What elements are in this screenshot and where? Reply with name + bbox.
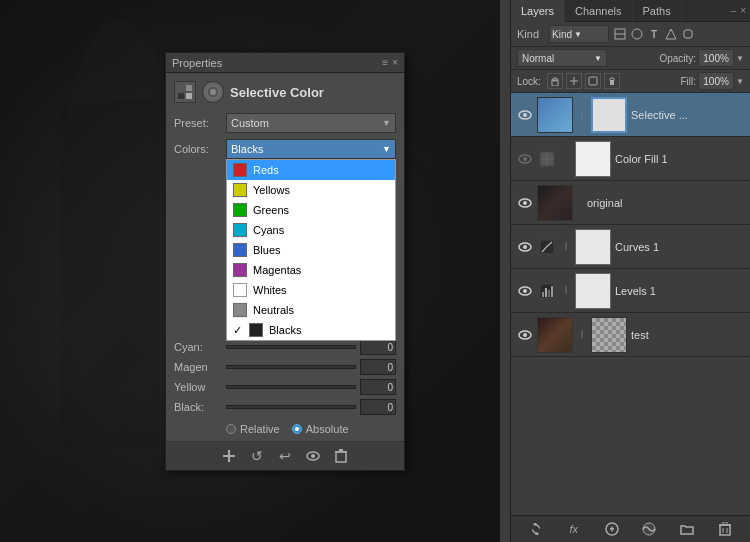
blend-row: Normal ▼ Opacity: 100% ▼: [511, 47, 750, 70]
fill-value[interactable]: 100%: [698, 72, 734, 90]
black-input[interactable]: [360, 399, 396, 415]
yellow-input[interactable]: [360, 379, 396, 395]
absolute-label: Absolute: [306, 423, 349, 435]
preset-dropdown[interactable]: Custom ▼: [226, 113, 396, 133]
dropdown-item-cyans[interactable]: Cyans: [227, 220, 395, 240]
magenta-row: Magen: [174, 359, 396, 375]
absolute-option[interactable]: Absolute: [292, 423, 349, 435]
dropdown-item-greens[interactable]: Greens: [227, 200, 395, 220]
colors-dropdown-menu: Reds Yellows Greens Cyans Blues: [226, 159, 396, 341]
yellow-slider[interactable]: [226, 385, 356, 389]
layer-link-test: [577, 329, 587, 341]
relative-radio[interactable]: [226, 424, 236, 434]
black-label: Black:: [174, 401, 226, 413]
previous-state-icon[interactable]: ↩: [276, 447, 294, 465]
magenta-input[interactable]: [360, 359, 396, 375]
kind-row: Kind Kind ▼ T: [511, 22, 750, 47]
smart-filter-icon[interactable]: [681, 27, 695, 41]
layers-close-icon[interactable]: ×: [740, 5, 746, 16]
dropdown-item-yellows[interactable]: Yellows: [227, 180, 395, 200]
tab-paths[interactable]: Paths: [633, 0, 682, 22]
dropdown-item-whites[interactable]: Whites: [227, 280, 395, 300]
dropdown-item-neutrals[interactable]: Neutrals: [227, 300, 395, 320]
type-filter-icon[interactable]: T: [647, 27, 661, 41]
layer-visibility-levels[interactable]: [517, 283, 533, 299]
adjustment-filter-icon[interactable]: [630, 27, 644, 41]
layer-item-curves[interactable]: Curves 1: [511, 225, 750, 269]
lock-position-icon[interactable]: [566, 73, 582, 89]
dropdown-item-blues[interactable]: Blues: [227, 240, 395, 260]
dropdown-item-blacks[interactable]: ✓ Blacks: [227, 320, 395, 340]
layer-item-selective[interactable]: Selective ...: [511, 93, 750, 137]
layer-item-levels[interactable]: Levels 1: [511, 269, 750, 313]
cyans-label: Cyans: [253, 224, 284, 236]
preset-row: Preset: Custom ▼: [174, 113, 396, 133]
reset-icon[interactable]: ↺: [248, 447, 266, 465]
svg-rect-46: [545, 288, 547, 297]
panel-close-icon[interactable]: ×: [392, 57, 398, 68]
layers-tabs: Layers Channels Paths – ×: [511, 0, 750, 22]
greens-swatch: [233, 203, 247, 217]
layer-visibility-curves[interactable]: [517, 239, 533, 255]
pixel-filter-icon[interactable]: [613, 27, 627, 41]
svg-point-39: [523, 245, 527, 249]
layer-visibility-original[interactable]: [517, 195, 533, 211]
layer-name-original: original: [587, 197, 622, 209]
svg-rect-14: [335, 451, 347, 453]
blend-mode-select[interactable]: Normal ▼: [517, 49, 607, 67]
layer-name-selective: Selective ...: [631, 109, 688, 121]
blend-mode-value: Normal: [522, 53, 554, 64]
panel-expand-icon[interactable]: ≡: [382, 57, 388, 68]
lock-pixels-icon[interactable]: [547, 73, 563, 89]
kind-filter-icons: T: [613, 27, 695, 41]
preset-arrow-icon: ▼: [382, 118, 391, 128]
add-mask-icon[interactable]: [603, 520, 621, 538]
svg-rect-59: [723, 522, 727, 525]
adjustment-layer-icon[interactable]: [640, 520, 658, 538]
cyan-label: Cyan:: [174, 341, 226, 353]
visibility-icon[interactable]: [304, 447, 322, 465]
kind-select[interactable]: Kind ▼: [549, 25, 609, 43]
layers-collapse-icon[interactable]: –: [731, 5, 737, 16]
tab-channels[interactable]: Channels: [565, 0, 632, 22]
svg-rect-25: [589, 77, 597, 85]
cyan-slider[interactable]: [226, 345, 356, 349]
layer-item-test[interactable]: test: [511, 313, 750, 357]
folder-icon[interactable]: [678, 520, 696, 538]
cyan-input[interactable]: [360, 339, 396, 355]
opacity-label: Opacity:: [659, 53, 696, 64]
magenta-slider[interactable]: [226, 365, 356, 369]
tab-layers-label: Layers: [521, 5, 554, 17]
layer-visibility-selective[interactable]: [517, 107, 533, 123]
opacity-value[interactable]: 100%: [698, 49, 734, 67]
colors-dropdown[interactable]: Blacks ▼: [226, 139, 396, 159]
delete-layer-icon[interactable]: [716, 520, 734, 538]
layer-icon-colorfill: [537, 149, 557, 169]
absolute-radio[interactable]: [292, 424, 302, 434]
fx-icon[interactable]: fx: [565, 520, 583, 538]
layer-visibility-test[interactable]: [517, 327, 533, 343]
black-slider[interactable]: [226, 405, 356, 409]
layer-link-levels: [561, 285, 571, 297]
whites-swatch: [233, 283, 247, 297]
neutrals-swatch: [233, 303, 247, 317]
dropdown-item-magentas[interactable]: Magentas: [227, 260, 395, 280]
layer-item-colorfill[interactable]: Color Fill 1: [511, 137, 750, 181]
preset-label: Preset:: [174, 117, 226, 129]
fill-arrow-icon: ▼: [736, 77, 744, 86]
dropdown-item-reds[interactable]: Reds: [227, 160, 395, 180]
reds-swatch: [233, 163, 247, 177]
delete-icon[interactable]: [332, 447, 350, 465]
add-adjustment-icon[interactable]: [220, 447, 238, 465]
layer-item-original[interactable]: original: [511, 181, 750, 225]
svg-point-37: [523, 201, 527, 205]
tab-layers[interactable]: Layers: [511, 0, 565, 22]
lock-artboard-icon[interactable]: [585, 73, 601, 89]
shape-filter-icon[interactable]: [664, 27, 678, 41]
relative-option[interactable]: Relative: [226, 423, 280, 435]
lock-all-icon[interactable]: [604, 73, 620, 89]
link-layers-icon[interactable]: [527, 520, 545, 538]
layer-visibility-colorfill[interactable]: [517, 151, 533, 167]
layer-name-curves: Curves 1: [615, 241, 659, 253]
radio-dot: [295, 427, 299, 431]
